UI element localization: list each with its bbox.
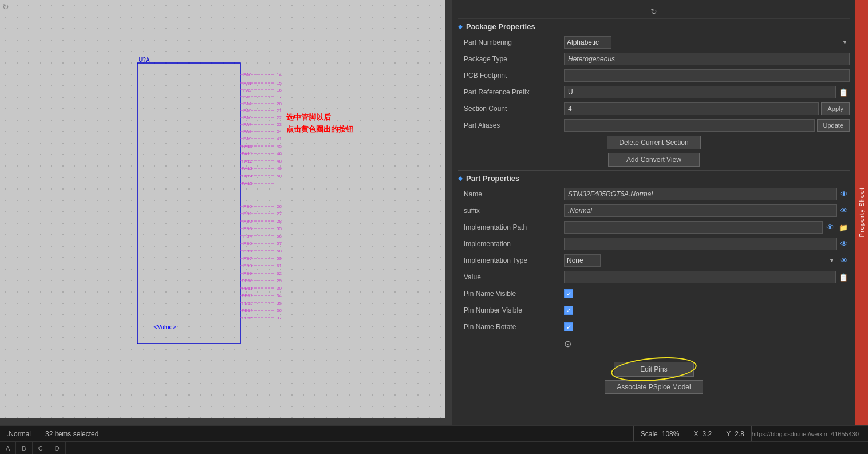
pcb-footprint-row: PCB Footprint xyxy=(458,69,850,82)
section-arrow-part: ◆ xyxy=(458,175,463,181)
update-button[interactable]: Update xyxy=(817,119,850,132)
canvas-scrollbar-h[interactable] xyxy=(0,418,445,425)
pin-name-visible-checkbox[interactable]: ✓ xyxy=(564,289,573,298)
canvas-scrollbar-v[interactable] xyxy=(445,0,452,425)
apply-button[interactable]: Apply xyxy=(821,102,850,115)
svg-text:45: 45 xyxy=(277,144,282,149)
impl-path-eye-btn[interactable]: 👁 xyxy=(824,223,836,232)
value-field-input[interactable] xyxy=(564,271,836,283)
y-coord-status: Y=2.8 xyxy=(719,426,752,441)
rotate-icon[interactable]: ⊙ xyxy=(564,338,571,349)
edit-pins-wrapper: Edit Pins xyxy=(458,362,850,377)
name-eye-btn[interactable]: 👁 xyxy=(838,190,850,199)
part-aliases-value: Update xyxy=(564,119,850,132)
pin-number-visible-checkbox[interactable]: ✓ xyxy=(564,306,573,315)
part-aliases-row: Part Aliases Update xyxy=(458,119,850,132)
package-type-value xyxy=(564,53,850,65)
impl-type-eye-btn[interactable]: 👁 xyxy=(838,256,850,265)
value-copy-btn[interactable]: 📋 xyxy=(837,273,850,282)
svg-text:PB14: PB14 xyxy=(242,308,253,313)
svg-text:55: 55 xyxy=(277,226,282,231)
pin-name-visible-value: ✓ xyxy=(564,289,850,298)
edit-pins-button[interactable]: Edit Pins xyxy=(614,362,694,377)
chinese-note: 选中管脚以后 点击黄色圈出的按钮 xyxy=(286,112,353,136)
package-type-row: Package Type xyxy=(458,52,850,66)
tab-c[interactable]: C xyxy=(33,442,49,454)
implementation-label: Implementation xyxy=(458,240,564,248)
svg-text:15: 15 xyxy=(277,81,282,86)
canvas-area[interactable]: ↻ xyxy=(0,0,452,425)
svg-text:PA6: PA6 xyxy=(243,115,252,120)
pcb-footprint-input[interactable] xyxy=(564,69,850,82)
svg-text:PB2: PB2 xyxy=(243,219,252,224)
svg-text:58: 58 xyxy=(277,248,282,254)
part-aliases-input[interactable] xyxy=(564,119,815,132)
svg-text:PB11: PB11 xyxy=(242,286,253,291)
tab-a[interactable]: A xyxy=(0,442,16,454)
part-properties-title: Part Properties xyxy=(466,174,519,183)
svg-text:PB5: PB5 xyxy=(243,241,252,246)
package-type-input[interactable] xyxy=(564,53,850,65)
svg-text:PA2: PA2 xyxy=(243,88,252,93)
tab-b[interactable]: B xyxy=(16,442,32,454)
impl-path-folder-btn[interactable]: 📁 xyxy=(837,223,850,232)
properties-panel: ↻ ◆ Package Properties Part Numbering Al… xyxy=(452,0,855,425)
property-sheet-tab[interactable]: Property Sheet xyxy=(855,0,868,425)
implementation-type-value: None VHDL EDIF Project 👁 xyxy=(564,254,850,267)
svg-text:PA1: PA1 xyxy=(243,81,252,86)
svg-text:PB12: PB12 xyxy=(242,293,253,298)
component-drawing: PA0 PA1 PA2 PA3 PA4 PA5 PA6 PA7 PA8 PA9 … xyxy=(109,57,338,355)
tab-d[interactable]: D xyxy=(49,442,66,454)
svg-text:27: 27 xyxy=(277,211,282,216)
pin-name-rotate-row: Pin Name Rotate ✓ xyxy=(458,320,850,334)
svg-text:46: 46 xyxy=(277,151,282,156)
property-sheet-tab-label: Property Sheet xyxy=(858,187,865,237)
svg-text:30: 30 xyxy=(277,286,282,291)
part-numbering-select-wrapper[interactable]: Alphabetic Numeric xyxy=(564,36,850,49)
svg-text:PA8: PA8 xyxy=(243,129,252,134)
svg-text:59: 59 xyxy=(277,256,282,261)
delete-current-section-button[interactable]: Delete Current Section xyxy=(607,136,700,149)
part-reference-folder-btn[interactable]: 📋 xyxy=(837,88,850,97)
svg-text:PA7: PA7 xyxy=(243,122,252,127)
svg-text:49: 49 xyxy=(277,166,282,171)
section-count-input[interactable] xyxy=(564,102,819,115)
implementation-type-select-wrapper[interactable]: None VHDL EDIF Project xyxy=(564,254,837,267)
svg-rect-0 xyxy=(137,63,240,344)
pin-name-rotate-checkbox[interactable]: ✓ xyxy=(564,322,573,331)
pin-number-visible-row: Pin Number Visible ✓ xyxy=(458,303,850,317)
pin-name-rotate-label: Pin Name Rotate xyxy=(458,323,564,331)
svg-text:62: 62 xyxy=(277,271,282,276)
bottom-tabs: A B C D xyxy=(0,441,868,454)
x-coord-text: X=3.2 xyxy=(693,430,712,438)
add-convert-view-button[interactable]: Add Convert View xyxy=(608,153,700,167)
implementation-input[interactable] xyxy=(564,238,837,250)
pin-number-visible-label: Pin Number Visible xyxy=(458,306,564,314)
svg-text:PA9: PA9 xyxy=(243,136,252,141)
implementation-path-input[interactable] xyxy=(564,221,823,234)
suffix-input[interactable] xyxy=(564,204,837,217)
package-properties-header: ◆ Package Properties xyxy=(458,22,850,31)
part-numbering-select[interactable]: Alphabetic Numeric xyxy=(564,36,611,49)
name-input[interactable] xyxy=(564,188,837,200)
svg-text:PB0: PB0 xyxy=(243,204,252,209)
implementation-type-select[interactable]: None VHDL EDIF Project xyxy=(564,254,601,267)
extra-icon-row: ⊙ xyxy=(458,337,850,350)
part-reference-input[interactable] xyxy=(564,86,836,98)
svg-text:PB10: PB10 xyxy=(242,278,253,283)
svg-text:48: 48 xyxy=(277,159,282,164)
pin-name-rotate-value: ✓ xyxy=(564,322,850,331)
svg-text:22: 22 xyxy=(277,115,282,120)
main-area: ↻ xyxy=(0,0,868,425)
associate-pspice-button[interactable]: Associate PSpice Model xyxy=(605,380,703,394)
value-label: <Value> xyxy=(153,323,176,330)
impl-eye-btn[interactable]: 👁 xyxy=(838,239,850,248)
items-selected-text: 32 items selected xyxy=(45,430,98,438)
pcb-footprint-value xyxy=(564,69,850,82)
implementation-type-label: Implementation Type xyxy=(458,256,564,264)
suffix-eye-btn[interactable]: 👁 xyxy=(838,206,850,215)
name-label: Name xyxy=(458,190,564,198)
svg-text:PA11: PA11 xyxy=(242,151,253,156)
section-count-label: Section Count xyxy=(458,105,564,113)
svg-text:41: 41 xyxy=(277,136,282,141)
